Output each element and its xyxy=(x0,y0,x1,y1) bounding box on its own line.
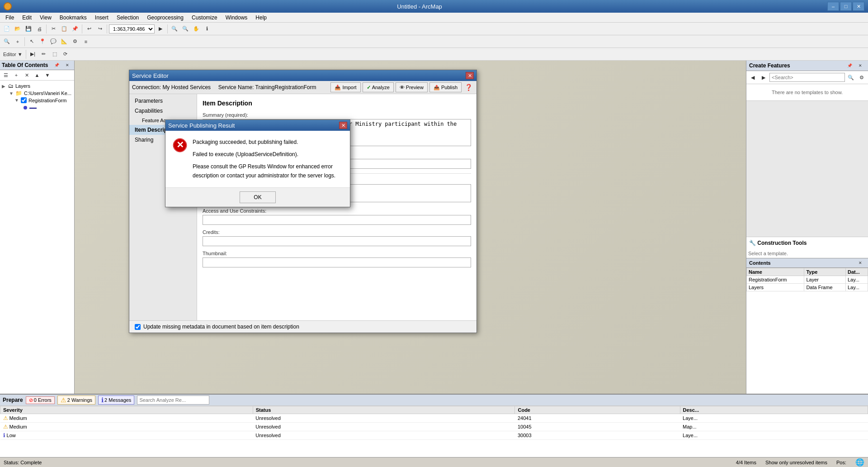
prepare-table-row[interactable]: ℹ LowUnresolved30003Laye... xyxy=(0,431,868,440)
toc-add-btn[interactable]: + xyxy=(11,71,21,79)
low-icon: ℹ xyxy=(3,432,5,438)
cell-name: RegistrationForm xyxy=(747,276,804,283)
cell-dat: Lay... xyxy=(845,283,868,291)
toc-pin-btn[interactable]: 📌 xyxy=(52,62,61,69)
layer-expand-icon[interactable]: ▼ xyxy=(14,98,19,103)
table-row[interactable]: RegistrationFormLayerLay... xyxy=(747,276,868,283)
errors-badge[interactable]: ⊘ 0 Errors xyxy=(26,396,55,404)
toc-close-btn[interactable]: ✕ xyxy=(62,62,72,69)
toc-layer-item[interactable]: ▼ RegistrationForm xyxy=(14,97,72,104)
toc-down-btn[interactable]: ▼ xyxy=(42,71,52,79)
tb2-btn6[interactable]: 📐 xyxy=(59,37,69,47)
nav-capabilities[interactable]: Capabilities xyxy=(129,106,197,116)
window-close-button[interactable]: ✕ xyxy=(853,2,864,11)
menu-view[interactable]: View xyxy=(36,14,55,22)
cell-dat: Lay... xyxy=(845,276,868,283)
layer-name-label: RegistrationForm xyxy=(28,98,66,103)
zoom-out-btn[interactable]: 🔍 xyxy=(180,24,190,34)
menu-edit[interactable]: Edit xyxy=(19,14,35,22)
identify-btn[interactable]: ℹ xyxy=(202,24,212,34)
tb2-btn2[interactable]: + xyxy=(13,37,23,47)
menu-customize[interactable]: Customize xyxy=(188,14,221,22)
search-btn[interactable]: 🔍 xyxy=(846,72,856,82)
cell-name: Layers xyxy=(747,283,804,291)
tb2-btn5[interactable]: 💬 xyxy=(48,37,58,47)
maximize-button[interactable]: □ xyxy=(840,2,852,11)
cut-btn[interactable]: ✂ xyxy=(48,24,58,34)
toc-path-item[interactable]: ▼ 📁 C:\Users\Vaneiri Ke... xyxy=(9,90,72,97)
preview-button[interactable]: 👁 Preview xyxy=(396,82,428,92)
layer-checkbox[interactable] xyxy=(21,97,27,103)
cf-forward-btn[interactable]: ▶ xyxy=(759,72,769,82)
sep3 xyxy=(107,24,107,33)
tb2-btn4[interactable]: 📍 xyxy=(38,37,47,47)
scale-dropdown[interactable]: 1:363,790.486 xyxy=(109,24,155,33)
publishing-close-btn[interactable]: ✕ xyxy=(339,122,347,129)
new-btn[interactable]: 📄 xyxy=(2,24,12,34)
table-title: Contents xyxy=(749,260,771,266)
error-icon-badge: ⊘ xyxy=(29,397,33,403)
toc-up-btn[interactable]: ▲ xyxy=(32,71,42,79)
editor-dropdown[interactable]: Editor ▼ xyxy=(2,49,24,59)
import-button[interactable]: 📥 Import xyxy=(330,82,360,92)
service-editor-help-btn[interactable]: ❓ xyxy=(463,82,474,92)
editor-btn4[interactable]: ⟳ xyxy=(61,49,71,59)
pan-btn[interactable]: ✋ xyxy=(191,24,201,34)
create-features-search-bar: ◀ ▶ 🔍 ⚙ xyxy=(746,71,868,84)
menu-help[interactable]: Help xyxy=(252,14,270,22)
tb2-btn7[interactable]: ⚙ xyxy=(70,37,80,47)
zoom-in-btn[interactable]: 🔍 xyxy=(170,24,179,34)
redo-btn[interactable]: ↪ xyxy=(95,24,105,34)
cf-back-btn[interactable]: ◀ xyxy=(748,72,758,82)
paste-btn[interactable]: 📌 xyxy=(70,24,80,34)
go-btn[interactable]: ▶ xyxy=(156,24,165,34)
update-metadata-checkbox[interactable] xyxy=(135,324,141,330)
tb2-btn1[interactable]: 🔍 xyxy=(2,37,12,47)
tb2-btn8[interactable]: ≡ xyxy=(81,37,91,47)
publish-button[interactable]: 📤 Publish xyxy=(429,82,462,92)
table-close-btn[interactable]: ✕ xyxy=(855,259,865,267)
thumbnail-input[interactable] xyxy=(203,257,471,267)
service-editor-close-btn[interactable]: ✕ xyxy=(466,72,474,79)
editor-btn1[interactable]: ▶| xyxy=(28,49,38,59)
menu-windows[interactable]: Windows xyxy=(222,14,251,22)
toc-layers-root[interactable]: ▶ 🗂 Layers xyxy=(2,82,72,90)
access-input[interactable] xyxy=(203,215,471,225)
right-panel-pin-btn[interactable]: 📌 xyxy=(844,62,854,69)
credits-input[interactable] xyxy=(203,236,471,246)
toc-list-btn[interactable]: ☰ xyxy=(1,71,11,79)
prepare-title: Prepare xyxy=(3,397,23,403)
editor-btn2[interactable]: ✏ xyxy=(39,49,49,59)
cf-settings-btn[interactable]: ⚙ xyxy=(857,72,867,82)
menu-selection[interactable]: Selection xyxy=(113,14,142,22)
undo-btn[interactable]: ↩ xyxy=(84,24,94,34)
nav-parameters[interactable]: Parameters xyxy=(129,96,197,106)
minimize-button[interactable]: – xyxy=(827,2,839,11)
prepare-table-row[interactable]: ⚠ MediumUnresolved10045Map... xyxy=(0,423,868,431)
search-input[interactable] xyxy=(769,73,845,82)
pub-message1: Packaging succeeded, but publishing fail… xyxy=(193,138,343,147)
layers-expand-icon[interactable]: ▶ xyxy=(2,84,6,89)
search-analyze-input[interactable] xyxy=(137,396,209,405)
print-btn[interactable]: 🖨 xyxy=(34,24,44,34)
publishing-title: Service Publishing Result xyxy=(168,122,235,129)
right-panel-close-btn[interactable]: ✕ xyxy=(855,62,865,69)
tb2-btn3[interactable]: ↖ xyxy=(27,37,37,47)
editor-btn3[interactable]: ⬚ xyxy=(50,49,60,59)
warnings-badge[interactable]: ⚠ 2 Warnings xyxy=(57,396,95,405)
menu-insert[interactable]: Insert xyxy=(91,14,112,22)
ok-button[interactable]: OK xyxy=(240,191,276,203)
prepare-table-row[interactable]: ⚠ MediumUnresolved24041Laye... xyxy=(0,414,868,423)
open-btn[interactable]: 📂 xyxy=(13,24,23,34)
copy-btn[interactable]: 📋 xyxy=(59,24,69,34)
messages-badge[interactable]: ℹ 2 Messages xyxy=(98,396,134,405)
menu-file[interactable]: File xyxy=(2,14,18,22)
path-expand-icon[interactable]: ▼ xyxy=(9,91,14,96)
menu-geoprocessing[interactable]: Geoprocessing xyxy=(143,14,187,22)
menu-bookmarks[interactable]: Bookmarks xyxy=(56,14,90,22)
analyze-button[interactable]: ✓ Analyze xyxy=(363,82,394,92)
toc-remove-btn[interactable]: ✕ xyxy=(22,71,32,79)
save-btn[interactable]: 💾 xyxy=(24,24,33,34)
update-metadata-label: Update missing metadata in document base… xyxy=(143,324,299,330)
table-row[interactable]: LayersData FrameLay... xyxy=(747,283,868,291)
